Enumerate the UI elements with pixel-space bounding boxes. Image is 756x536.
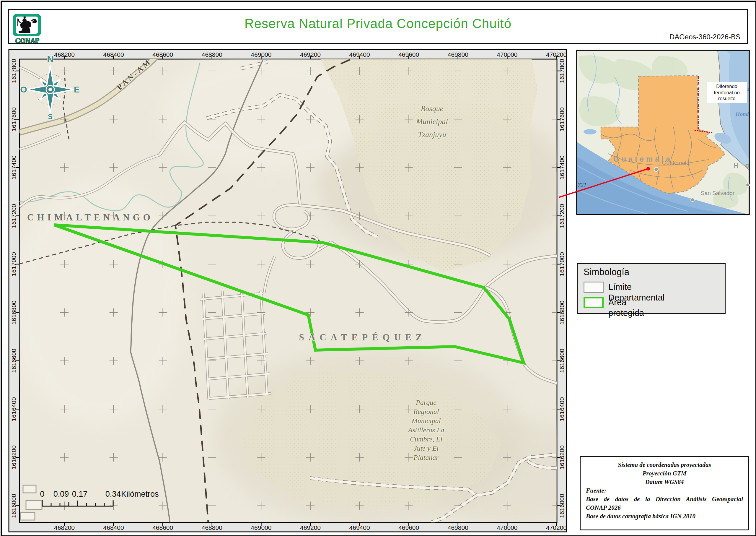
axis-label: 469200 (300, 524, 321, 531)
axis-label: 1617200 (10, 204, 17, 228)
axis-label: 469600 (398, 51, 419, 58)
axis-label: 468800 (202, 524, 222, 531)
inset-depth-label: 721 (578, 182, 586, 188)
axis-label: 1617800 (10, 59, 17, 83)
axis-label: 469000 (251, 51, 271, 58)
axis-label: 1617000 (558, 252, 566, 276)
axis-label: 469600 (398, 524, 419, 531)
axis-label: 1616600 (558, 349, 566, 373)
area-protegida-swatch-icon (583, 297, 604, 308)
inset-sea-label-2: Hond (736, 111, 749, 117)
axis-label: 469800 (448, 51, 468, 58)
source-label: Fuente: (586, 486, 743, 495)
axis-label: 1617600 (558, 107, 566, 131)
axis-label: 468600 (152, 524, 173, 531)
axis-label: 1616400 (10, 397, 17, 421)
axis-label: 1617800 (558, 59, 566, 83)
axis-label: 1616800 (558, 300, 566, 325)
axis-label: 469200 (300, 51, 321, 58)
legend: Simbología Límite Departamental Área pro… (577, 263, 726, 314)
document-code: DAGeos-360-2026-BS (670, 33, 740, 41)
axis-label: 470200 (546, 524, 567, 531)
source-line-3: Base de datos cartografía básica IGN 201… (586, 512, 743, 520)
compass-n: N (47, 54, 53, 64)
axis-label: 469000 (251, 524, 271, 531)
scale-017: 0.17 (72, 489, 88, 499)
inset-city-label: Guatemala (662, 159, 690, 166)
axis-label: 1616000 (10, 494, 17, 518)
axis-label: 468800 (202, 51, 222, 58)
inset-labels: Guatemala Guatemala San Salvador 721 H o… (577, 50, 749, 215)
scale-unit: Kilómetros (121, 489, 159, 499)
dept-label-chimaltenango: CHIMALTENANGO (27, 212, 154, 223)
crs-line: Sistema de coordenadas proyectadas (586, 461, 743, 469)
source-line-1: Base de datos de la Dirección Análisis G… (586, 495, 743, 504)
map-document-page: .rc{stroke:#a8a195;fill:none;} .rf{strok… (0, 0, 756, 536)
axis-label: 1616200 (558, 445, 566, 470)
axis-label: 1617400 (558, 155, 566, 180)
axis-label: 1616600 (10, 349, 17, 373)
datum-line: Datum WGS84 (586, 478, 743, 486)
axis-label: 468400 (103, 51, 124, 58)
axis-label: 468400 (103, 524, 124, 531)
compass-e: E (74, 84, 80, 94)
page-title: Reserva Natural Privada Concepción Chuit… (9, 16, 747, 31)
axis-label: 468200 (54, 524, 75, 531)
compass-s: S (48, 113, 52, 121)
axis-label: 1617600 (10, 107, 17, 131)
axis-label: 470000 (497, 524, 518, 531)
axis-label: 1617200 (558, 204, 566, 228)
scale-034: 0.34 (106, 489, 121, 499)
header: CONAP Reserva Natural Privada Concepción… (8, 9, 748, 44)
axis-label: 469400 (349, 51, 370, 58)
projection-line: Proyección GTM (586, 469, 743, 478)
scale-0: 0 (40, 489, 44, 499)
axis-label: 1616800 (10, 300, 17, 325)
axis-label: 1616000 (558, 494, 566, 518)
axis-label: 1617400 (10, 155, 17, 180)
axis-label: 1616400 (558, 397, 566, 421)
axis-label: 1617000 (10, 252, 17, 276)
projection-info-box: Sistema de coordenadas proyectadas Proye… (580, 456, 749, 530)
inset-honduras-partial: H o (734, 162, 749, 170)
logo-text: CONAP (13, 37, 42, 45)
source-line-2: CONAP 2026 (586, 504, 743, 512)
limite-swatch-icon (583, 282, 604, 293)
legend-title: Simbología (583, 267, 629, 278)
axis-label: 469400 (349, 524, 370, 531)
dept-label-sacatepequez: SACATEPÉQUEZ (299, 332, 426, 343)
axis-label: 470200 (546, 51, 567, 58)
axis-label: 469800 (448, 524, 468, 531)
compass-o: O (20, 84, 27, 94)
axis-label: 470000 (497, 51, 518, 58)
scale-009: 0.09 (53, 489, 69, 499)
axis-label: 468600 (152, 51, 173, 58)
axis-label: 1616200 (10, 445, 17, 470)
inset-san-salvador-label: San Salvador (701, 190, 735, 196)
axis-label: 468200 (54, 51, 75, 58)
territorial-note: Diferendo territorial no resuelto (707, 82, 747, 103)
